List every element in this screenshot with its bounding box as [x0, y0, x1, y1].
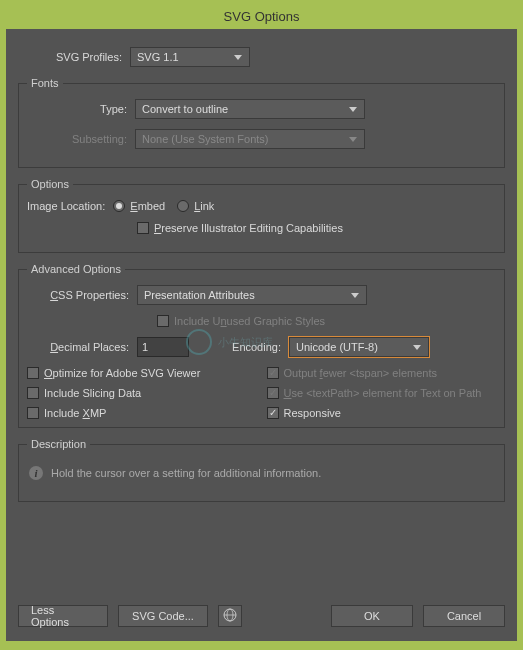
description-legend: Description — [27, 438, 90, 450]
responsive-label: Responsive — [284, 407, 341, 419]
info-icon: i — [29, 466, 43, 480]
description-text: Hold the cursor over a setting for addit… — [51, 467, 321, 479]
ok-button[interactable]: OK — [331, 605, 413, 627]
chevron-down-icon — [346, 132, 360, 146]
xmp-label: Include XMP — [44, 407, 106, 419]
slicing-checkbox[interactable]: Include Slicing Data — [27, 387, 245, 399]
globe-icon — [223, 608, 237, 624]
svg-profiles-select[interactable]: SVG 1.1 — [130, 47, 250, 67]
responsive-checkbox[interactable]: Responsive — [267, 407, 485, 419]
slicing-label: Include Slicing Data — [44, 387, 141, 399]
svg-profiles-label: SVG Profiles: — [18, 51, 130, 63]
fonts-legend: Fonts — [27, 77, 63, 89]
css-properties-label: CSS Properties: — [27, 289, 137, 301]
encoding-label: Encoding: — [189, 341, 289, 353]
preserve-label: Preserve Illustrator Editing Capabilitie… — [154, 222, 343, 234]
output-fewer-label: Output fewer <tspan> elements — [284, 367, 438, 379]
titlebar: SVG Options — [6, 6, 517, 29]
options-group: Options Image Location: Embed Link Prese… — [18, 178, 505, 253]
advanced-group: Advanced Options CSS Properties: Present… — [18, 263, 505, 428]
chevron-down-icon — [346, 102, 360, 116]
cancel-button[interactable]: Cancel — [423, 605, 505, 627]
globe-button[interactable] — [218, 605, 242, 627]
chevron-down-icon — [348, 288, 362, 302]
embed-label: Embed — [130, 200, 165, 212]
checkbox-icon — [267, 367, 279, 379]
output-fewer-checkbox: Output fewer <tspan> elements — [267, 367, 485, 379]
checkbox-icon — [267, 387, 279, 399]
checkbox-icon — [267, 407, 279, 419]
font-type-label: Type: — [27, 103, 135, 115]
image-location-embed-radio[interactable]: Embed — [113, 200, 165, 212]
subsetting-value: None (Use System Fonts) — [142, 133, 269, 145]
encoding-select[interactable]: Unicode (UTF-8) — [289, 337, 429, 357]
chevron-down-icon — [231, 50, 245, 64]
advanced-legend: Advanced Options — [27, 263, 125, 275]
xmp-checkbox[interactable]: Include XMP — [27, 407, 245, 419]
chevron-down-icon — [410, 340, 424, 354]
checkbox-icon — [27, 407, 39, 419]
optimize-label: Optimize for Adobe SVG Viewer — [44, 367, 200, 379]
checkbox-icon — [157, 315, 169, 327]
decimal-places-input[interactable] — [137, 337, 189, 357]
unused-styles-checkbox: Include Unused Graphic Styles — [157, 315, 325, 327]
svg-profiles-value: SVG 1.1 — [137, 51, 179, 63]
optimize-checkbox[interactable]: Optimize for Adobe SVG Viewer — [27, 367, 245, 379]
textpath-label: Use <textPath> element for Text on Path — [284, 387, 482, 399]
image-location-link-radio[interactable]: Link — [177, 200, 214, 212]
decimal-places-label: Decimal Places: — [27, 341, 137, 353]
unused-label: Include Unused Graphic Styles — [174, 315, 325, 327]
fonts-group: Fonts Type: Convert to outline Subsettin… — [18, 77, 505, 168]
font-type-select[interactable]: Convert to outline — [135, 99, 365, 119]
preserve-editing-checkbox[interactable]: Preserve Illustrator Editing Capabilitie… — [137, 222, 343, 234]
subsetting-select: None (Use System Fonts) — [135, 129, 365, 149]
svg-code-button[interactable]: SVG Code... — [118, 605, 208, 627]
link-label: Link — [194, 200, 214, 212]
image-location-label: Image Location: — [27, 200, 113, 212]
checkbox-icon — [27, 387, 39, 399]
font-type-value: Convert to outline — [142, 103, 228, 115]
description-group: Description i Hold the cursor over a set… — [18, 438, 505, 502]
encoding-value: Unicode (UTF-8) — [296, 341, 378, 353]
options-legend: Options — [27, 178, 73, 190]
checkbox-icon — [27, 367, 39, 379]
textpath-checkbox: Use <textPath> element for Text on Path — [267, 387, 485, 399]
radio-icon — [113, 200, 125, 212]
checkbox-icon — [137, 222, 149, 234]
subsetting-label: Subsetting: — [27, 133, 135, 145]
dialog-panel: SVG Profiles: SVG 1.1 Fonts Type: Conver… — [6, 29, 517, 641]
css-properties-select[interactable]: Presentation Attributes — [137, 285, 367, 305]
less-options-button[interactable]: Less Options — [18, 605, 108, 627]
css-properties-value: Presentation Attributes — [144, 289, 255, 301]
radio-icon — [177, 200, 189, 212]
